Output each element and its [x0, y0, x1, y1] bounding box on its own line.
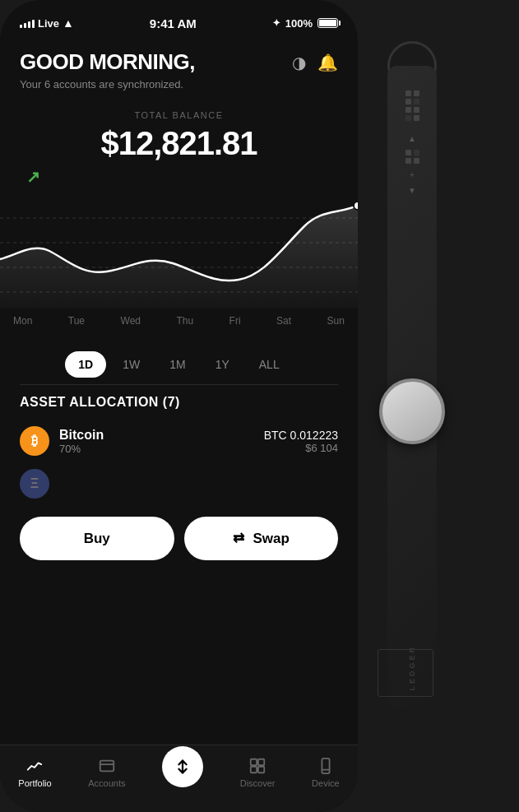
accounts-icon [98, 757, 116, 775]
divider [20, 384, 338, 385]
nav-portfolio[interactable]: Portfolio [18, 757, 51, 788]
day-sun: Sun [327, 315, 345, 327]
balance-label: TOTAL BALANCE [20, 110, 338, 120]
signal-bar-4 [32, 20, 35, 28]
day-sat: Sat [276, 315, 291, 327]
signal-bar-3 [28, 21, 30, 28]
asset-item-eth: Ξ [20, 464, 338, 503]
battery-icon [317, 18, 338, 28]
greeting-sub: Your 6 accounts are synchronized. [20, 78, 195, 90]
battery-fill [319, 20, 336, 26]
chart-icon[interactable]: ◑ [292, 53, 306, 72]
portfolio-icon [25, 757, 44, 775]
svg-rect-10 [258, 766, 264, 772]
signal-bar-2 [24, 23, 26, 28]
nav-accounts[interactable]: Accounts [88, 757, 125, 788]
ledger-device: ▲ + ▼ LEDGER [371, 0, 453, 812]
greeting-header: GOOD MORNING, Your 6 accounts are synchr… [20, 49, 338, 90]
asset-name: Bitcoin [59, 428, 104, 443]
day-fri: Fri [229, 315, 241, 327]
bitcoin-icon: ₿ [20, 426, 49, 456]
day-mon: Mon [13, 315, 32, 327]
buy-button[interactable]: Buy [20, 517, 174, 560]
bell-icon[interactable]: 🔔 [317, 53, 338, 72]
asset-value: $6 104 [264, 442, 338, 454]
asset-left: ₿ Bitcoin 70% [20, 426, 104, 456]
swap-icon: ⇄ [233, 531, 244, 546]
asset-pct: 70% [59, 443, 104, 455]
svg-rect-11 [322, 758, 329, 773]
eth-icon: Ξ [20, 469, 49, 499]
status-left: Live ▲ [20, 16, 74, 30]
nav-device-label: Device [312, 778, 340, 788]
greeting-text-block: GOOD MORNING, Your 6 accounts are synchr… [20, 49, 195, 90]
timeframe-1d[interactable]: 1D [65, 351, 106, 378]
bottom-nav: Portfolio Accounts Discover [0, 745, 358, 812]
price-chart [0, 193, 358, 309]
timeframe-all[interactable]: ALL [246, 351, 293, 378]
nav-discover[interactable]: Discover [240, 757, 276, 788]
timeframe-1m[interactable]: 1M [156, 351, 198, 378]
asset-info: Bitcoin 70% [59, 428, 104, 455]
battery-label: 100% [285, 17, 313, 30]
transfer-icon [174, 758, 192, 776]
swap-label: Swap [253, 531, 289, 546]
signal-bars [20, 18, 35, 28]
nav-portfolio-label: Portfolio [18, 778, 51, 788]
carrier-label: Live [38, 17, 59, 30]
status-bar: Live ▲ 9:41 AM ✦ 100% [0, 0, 358, 36]
chart-days: Mon Tue Wed Thu Fri Sat Sun [0, 312, 358, 330]
trend-arrow: ↗ [26, 168, 40, 186]
svg-rect-7 [251, 759, 257, 764]
wifi-icon: ▲ [63, 16, 74, 30]
asset-eth-left: Ξ [20, 469, 49, 499]
device-icon [317, 757, 335, 775]
timeframe-1y[interactable]: 1Y [202, 351, 243, 378]
screen-content: GOOD MORNING, Your 6 accounts are synchr… [0, 36, 358, 745]
timeframe-section: 1D 1W 1M 1Y ALL [20, 351, 338, 378]
device-corner-marks [378, 649, 433, 697]
greeting-section: GOOD MORNING, Your 6 accounts are synchr… [20, 36, 338, 97]
asset-right: BTC 0.012223 $6 104 [264, 429, 338, 454]
timeframe-1w[interactable]: 1W [109, 351, 153, 378]
asset-amount: BTC 0.012223 [264, 429, 338, 442]
action-buttons: Buy ⇄ Swap [20, 517, 338, 560]
chart-section: Mon Tue Wed Thu Fri Sat Sun [0, 193, 358, 341]
signal-bar-1 [20, 25, 22, 28]
status-time: 9:41 AM [150, 16, 197, 30]
day-wed: Wed [121, 315, 141, 327]
swap-button[interactable]: ⇄ Swap [184, 517, 339, 560]
balance-trend: ↗ [20, 167, 338, 187]
asset-allocation-title: ASSET ALLOCATION (7) [20, 395, 338, 410]
header-icons: ◑ 🔔 [292, 53, 338, 72]
bluetooth-icon: ✦ [272, 17, 280, 29]
nav-device[interactable]: Device [312, 757, 340, 788]
nav-accounts-label: Accounts [88, 778, 125, 788]
asset-allocation: ASSET ALLOCATION (7) ₿ Bitcoin 70% BTC 0… [20, 395, 338, 503]
balance-section: TOTAL BALANCE $12,821.81 ↗ [20, 110, 338, 187]
svg-rect-8 [258, 759, 264, 764]
greeting-text: GOOD MORNING, [20, 49, 195, 75]
day-tue: Tue [68, 315, 85, 327]
nav-discover-label: Discover [240, 778, 276, 788]
phone: Live ▲ 9:41 AM ✦ 100% GOOD MORNING, Your… [0, 0, 358, 812]
device-button[interactable] [379, 378, 445, 444]
asset-item-bitcoin[interactable]: ₿ Bitcoin 70% BTC 0.012223 $6 104 [20, 421, 338, 461]
svg-rect-9 [251, 766, 257, 772]
svg-rect-4 [100, 760, 114, 771]
balance-amount: $12,821.81 [20, 125, 338, 162]
discover-icon [248, 757, 266, 775]
chart-end-dot [354, 202, 358, 210]
status-right: ✦ 100% [272, 17, 338, 30]
day-thu: Thu [176, 315, 193, 327]
nav-transfer[interactable] [162, 746, 203, 787]
